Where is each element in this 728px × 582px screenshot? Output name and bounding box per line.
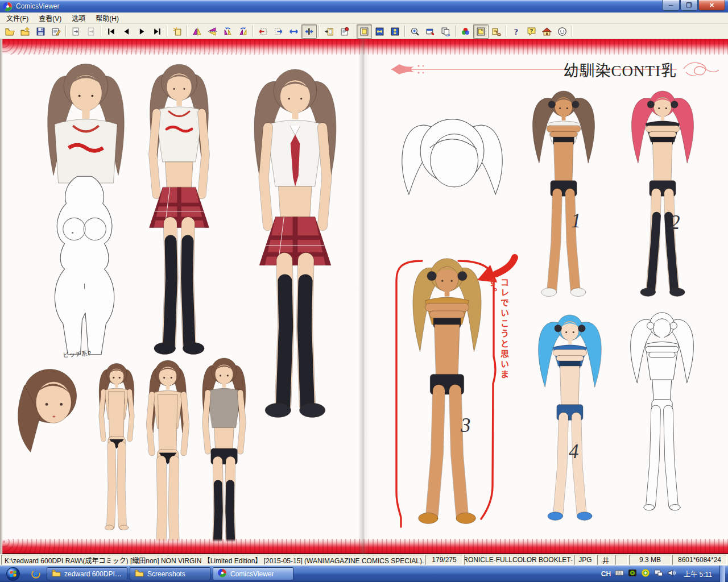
page-frame-button[interactable] <box>473 24 489 39</box>
rotate-right-button[interactable] <box>235 24 251 39</box>
girl-tanktop-skirt <box>146 64 212 354</box>
archive-prev-button[interactable] <box>321 24 337 39</box>
home-icon <box>542 27 552 36</box>
folder-new-icon <box>20 27 30 36</box>
rotate-left-button[interactable] <box>220 24 235 39</box>
minimize-button[interactable]: ─ <box>662 0 680 11</box>
rotate-l-icon <box>223 27 233 36</box>
variant-4-girl <box>539 315 602 520</box>
network-tray-icon[interactable] <box>654 568 663 579</box>
about-button[interactable] <box>555 24 570 39</box>
extract-button[interactable] <box>68 24 84 39</box>
page-title: 幼馴染CONTI乳 <box>392 59 677 81</box>
page-fit-h-icon <box>390 27 400 36</box>
tips-button[interactable]: ? <box>524 24 539 39</box>
menubar: 文件(F)查看(V)选项帮助(H) <box>0 13 728 24</box>
variant-3-girl <box>413 259 481 524</box>
keyboard-tray-icon[interactable] <box>615 568 624 579</box>
extract-icon <box>86 27 96 36</box>
color-adjust-button[interactable] <box>458 24 473 39</box>
prev-page-button[interactable] <box>119 24 134 39</box>
volume-tray-icon[interactable] <box>667 568 676 579</box>
book-go-icon <box>324 27 334 36</box>
comicsviewer-icon <box>218 568 227 579</box>
girl-nude <box>150 360 187 554</box>
close-button[interactable]: ✕ <box>698 0 725 11</box>
clock[interactable]: 上午 5:11 <box>680 569 715 579</box>
toolbar-separator <box>167 26 168 37</box>
fit-width-button[interactable] <box>372 24 387 39</box>
save-icon <box>36 27 46 36</box>
figure-number-2: 2 <box>670 211 680 234</box>
toolbar-separator <box>354 26 355 37</box>
restore-button[interactable]: ❐ <box>680 0 698 11</box>
fit-height-button[interactable] <box>387 24 403 39</box>
svg-text:?: ? <box>530 27 533 34</box>
comicsviewer-window: ComicsViewer ─❐✕ 文件(F)查看(V)选项帮助(H) ?? 幼馴… <box>0 0 728 582</box>
task-comicsviewer[interactable]: ComicsViewer <box>213 567 293 580</box>
start-button[interactable] <box>0 567 26 581</box>
nav-prev-icon <box>122 27 131 36</box>
toolbar-separator <box>65 26 67 37</box>
flip-horizontal-button[interactable] <box>189 24 205 39</box>
notebook-pen-icon <box>51 27 61 36</box>
antivirus-tray-icon[interactable] <box>641 568 650 579</box>
open-button[interactable] <box>2 24 18 39</box>
archive-edit-button[interactable] <box>337 24 352 39</box>
last-page-button[interactable] <box>150 24 165 39</box>
show-desktop-button[interactable] <box>719 566 725 582</box>
stretch-width-button[interactable] <box>286 24 301 39</box>
menu-help[interactable]: 帮助(H) <box>90 12 124 24</box>
task-screenshots-folder[interactable]: Screenshots <box>130 567 210 580</box>
language-indicator[interactable]: CH <box>601 570 611 578</box>
nav-next-icon <box>137 27 147 36</box>
width-arrows-icon <box>289 27 299 36</box>
girl-bust-tanktop <box>48 64 125 183</box>
shrink-window-button[interactable] <box>423 24 438 39</box>
window-title: ComicsViewer <box>16 2 662 10</box>
taskbar: e zedward 600DPI R...ScreenshotsComicsVi… <box>0 566 728 582</box>
drag-page-button[interactable] <box>489 24 504 39</box>
status-page-indicator: 179/275 <box>425 555 463 565</box>
cascade-button[interactable] <box>438 24 453 39</box>
toolbar: ?? <box>0 24 728 39</box>
image-viewport[interactable]: 幼馴染CONTI乳 コレでいこうと思います。 ビッチ系? 1234 <box>0 39 728 554</box>
status-dimensions: 8601*6084*24 <box>672 555 727 565</box>
task-zedward-folder[interactable]: zedward 600DPI R... <box>47 567 127 580</box>
girl-uniform <box>254 69 336 417</box>
menu-options[interactable]: 选项 <box>67 12 90 24</box>
svg-text:?: ? <box>514 27 518 36</box>
statusbar: K:\zedward 600DPI RAW\(成年コミック) [織田non] N… <box>0 554 728 566</box>
save-button[interactable] <box>33 24 48 39</box>
app-icon <box>3 2 13 11</box>
shift-page-left-button[interactable] <box>255 24 271 39</box>
thumb-new-icon <box>172 27 182 36</box>
toolbar-separator <box>318 26 320 37</box>
status-file-size: 9.3 MB <box>629 555 671 565</box>
new-thumbnail-button[interactable] <box>169 24 185 39</box>
menu-view[interactable]: 查看(V) <box>34 12 67 24</box>
two-page-mode-button[interactable] <box>301 24 317 39</box>
girl-offshoulder <box>202 358 246 554</box>
toolbar-separator <box>455 26 456 37</box>
next-page-button[interactable] <box>134 24 150 39</box>
first-page-button[interactable] <box>104 24 119 39</box>
variant-sketch-girl <box>631 313 694 510</box>
menu-file[interactable]: 文件(F) <box>1 12 34 24</box>
view-original-button[interactable] <box>357 24 372 39</box>
edit-list-button[interactable] <box>48 24 64 39</box>
status-format: JPG <box>574 555 596 565</box>
help-button[interactable]: ? <box>508 24 524 39</box>
page-fit-w-icon <box>375 27 384 36</box>
shift-page-right-button[interactable] <box>271 24 286 39</box>
toolbar-separator <box>187 26 188 37</box>
zoom-button[interactable] <box>407 24 423 39</box>
ie-quicklaunch-icon[interactable]: e <box>26 569 46 579</box>
toolbar-separator <box>101 26 102 37</box>
folder-open-icon <box>5 27 15 36</box>
flip-vertical-button[interactable] <box>205 24 220 39</box>
home-button[interactable] <box>539 24 555 39</box>
variant-2-girl <box>631 91 693 297</box>
nvidia-tray-icon[interactable] <box>628 568 637 579</box>
new-button[interactable] <box>18 24 33 39</box>
